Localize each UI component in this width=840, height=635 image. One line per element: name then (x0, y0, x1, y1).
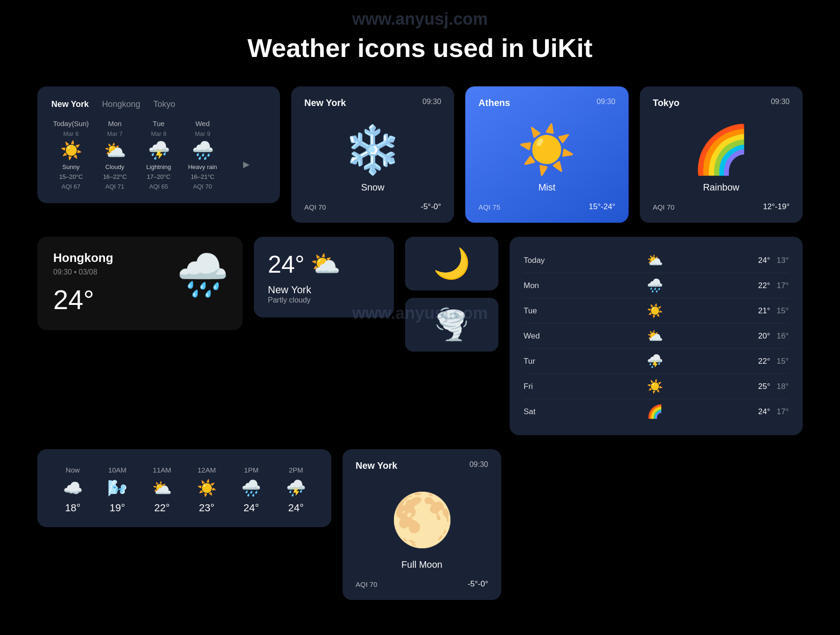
temp-2: 17–20°C (147, 173, 171, 180)
weekly-temps-tue: 21° 15° (758, 306, 789, 316)
moon-card: New York 09:30 🌕 Full Moon AQI 70 -5°-0° (343, 449, 501, 600)
tab-new-york[interactable]: New York (51, 99, 89, 109)
tokyo-card: Tokyo 09:30 🌈 Rainbow AQI 70 12°-19° (640, 86, 803, 223)
weekly-row-tue: Tue ☀️ 21° 15° (524, 298, 789, 324)
card-temp-athens: 15°-24° (589, 202, 616, 212)
weekly-icon-tue: ☀️ (647, 303, 663, 318)
weekly-row-wed: Wed ⛅ 20° 16° (524, 324, 789, 349)
weekly-day-fri: Fri (524, 382, 552, 391)
forecast-day-1: Mon Mar 7 ⛅ Cloudy 16–22°C AQI 71 (95, 120, 134, 190)
weekly-hi-today: 24° (758, 256, 770, 265)
weekly-temps-mon: 22° 17° (758, 281, 789, 290)
sun-icon-0: ☀️ (60, 140, 82, 161)
card-temp-tokyo: 12°-19° (763, 202, 790, 212)
weekly-day-tue: Tue (524, 306, 552, 316)
card-temp-ny: -5°-0° (421, 202, 441, 212)
hourly-col-12am: 12AM ☀️ 23° (186, 466, 227, 514)
sun-icon-12am: ☀️ (197, 479, 217, 497)
weekly-icon-tur: ⛈️ (647, 353, 663, 369)
aqi-3: AQI 70 (193, 183, 212, 190)
condition-0: Sunny (63, 163, 80, 170)
tab-tokyo[interactable]: Tokyo (153, 99, 175, 109)
hourly-grid: Now ☁️ 18° 10AM 🌬️ 19° 11AM ⛅ 22° 12AM ☀… (52, 466, 316, 514)
card-header-athens: Athens 09:30 (478, 98, 615, 108)
moon-icon-card: 🌙 (405, 237, 498, 290)
card-time-ny: 09:30 (422, 98, 441, 106)
multi-city-card: New York Hongkong Tokyo Today(Sun) Mar 6… (37, 86, 280, 203)
card-condition-athens: Mist (478, 182, 615, 193)
weekly-row-sat: Sat 🌈 24° 17° (524, 399, 789, 424)
hourly-temp-1pm: 24° (244, 502, 259, 514)
hourly-label-1pm: 1PM (244, 466, 259, 474)
weekly-day-today: Today (524, 256, 552, 265)
day-label-3: Wed (196, 120, 210, 127)
forecast-day-3: Wed Mar 9 🌧️ Heavy rain 16–21°C AQI 70 (183, 120, 222, 190)
tornado-icon: 🌪️ (433, 307, 470, 342)
hourly-col-2pm: 2PM ⛈️ 24° (275, 466, 316, 514)
temp-0: 15–20°C (59, 173, 83, 180)
pc-temp-display: 24° ⛅ (268, 250, 380, 278)
weekly-row-today: Today ⛅ 24° 13° (524, 248, 789, 273)
moon-label: Full Moon (356, 559, 488, 570)
card-aqi-ny: AQI 70 (304, 203, 326, 211)
partly-cloudy-icon: ⛅ (310, 250, 341, 278)
weekly-day-tur: Tur (524, 357, 552, 366)
day-label-0: Today(Sun) (53, 120, 89, 127)
hourly-temp-10am: 19° (110, 502, 125, 514)
temp-1: 16–22°C (103, 173, 127, 180)
rain-icon-3: 🌧️ (192, 140, 214, 161)
hourly-col-now: Now ☁️ 18° (52, 466, 93, 514)
moon-aqi: AQI 70 (356, 580, 378, 588)
athens-card: Athens 09:30 ☀️ Mist AQI 75 15°-24° (465, 86, 628, 223)
weekly-day-sat: Sat (524, 407, 552, 416)
condition-3: Heavy rain (188, 163, 217, 170)
forecast-arrow[interactable]: ▶ (227, 120, 266, 190)
day-label-2: Tue (153, 120, 164, 127)
hourly-col-11am: 11AM ⛅ 22° (141, 466, 182, 514)
hourly-temp-2pm: 24° (288, 502, 304, 514)
card-aqi-tokyo: AQI 70 (653, 203, 675, 211)
weekly-row-mon: Mon 🌧️ 22° 17° (524, 273, 789, 298)
weekly-icon-today: ⛅ (647, 253, 663, 268)
moon-card-time: 09:30 (469, 460, 488, 469)
card-aqi-athens: AQI 75 (478, 203, 500, 211)
partly-cloudy-card: 24° ⛅ New York Partly cloudy (254, 237, 394, 318)
wind-icon-10am: 🌬️ (107, 479, 127, 497)
weekly-icon-sat: 🌈 (647, 404, 663, 419)
pc-condition: Partly cloudy (268, 296, 380, 304)
weekly-day-wed: Wed (524, 332, 552, 341)
weekly-icon-wed: ⛅ (647, 328, 663, 344)
card-city-athens: Athens (478, 98, 510, 108)
weekly-row-fri: Fri ☀️ 25° 18° (524, 374, 789, 399)
forecast-day-2: Tue Mar 8 ⛈️ Lightning 17–20°C AQI 65 (139, 120, 178, 190)
pc-temp-value: 24° (268, 250, 305, 278)
moon-card-header: New York 09:30 (356, 460, 488, 471)
day-date-3: Mar 9 (195, 130, 210, 137)
day-label-1: Mon (108, 120, 121, 127)
weekly-icon-fri: ☀️ (647, 379, 663, 394)
card-header-ny: New York 09:30 (304, 98, 441, 108)
cloud-icon-now: ☁️ (63, 479, 83, 497)
tornado-icon-card: 🌪️ (405, 298, 498, 352)
row2: Hongkong 09:30 • 03/08 24° 🌧️ 24° ⛅ New … (37, 237, 803, 435)
hourly-label-2pm: 2PM (289, 466, 303, 474)
hourly-col-10am: 10AM 🌬️ 19° (97, 466, 138, 514)
card-footer-athens: AQI 75 15°-24° (478, 202, 615, 212)
day-date-1: Mar 7 (107, 130, 122, 137)
moon-card-footer: AQI 70 -5°-0° (356, 579, 488, 589)
aqi-2: AQI 65 (149, 183, 168, 190)
hourly-card: Now ☁️ 18° 10AM 🌬️ 19° 11AM ⛅ 22° 12AM ☀… (37, 449, 331, 527)
storm-icon-2pm: ⛈️ (286, 479, 306, 497)
rain-icon-1pm: 🌧️ (241, 479, 261, 497)
city-tabs: New York Hongkong Tokyo (51, 99, 266, 109)
hongkong-card: Hongkong 09:30 • 03/08 24° 🌧️ (37, 237, 243, 330)
moon-card-city: New York (356, 460, 397, 471)
card-header-tokyo: Tokyo 09:30 (653, 98, 790, 108)
row3: Now ☁️ 18° 10AM 🌬️ 19° 11AM ⛅ 22° 12AM ☀… (37, 449, 803, 600)
forecast-grid: Today(Sun) Mar 6 ☀️ Sunny 15–20°C AQI 67… (51, 120, 266, 190)
day-date-2: Mar 8 (151, 130, 166, 137)
main-layout: New York Hongkong Tokyo Today(Sun) Mar 6… (0, 86, 840, 600)
snow-icon: ❄️ (304, 122, 441, 177)
tab-hongkong[interactable]: Hongkong (102, 99, 140, 109)
hourly-label-now: Now (66, 466, 80, 474)
